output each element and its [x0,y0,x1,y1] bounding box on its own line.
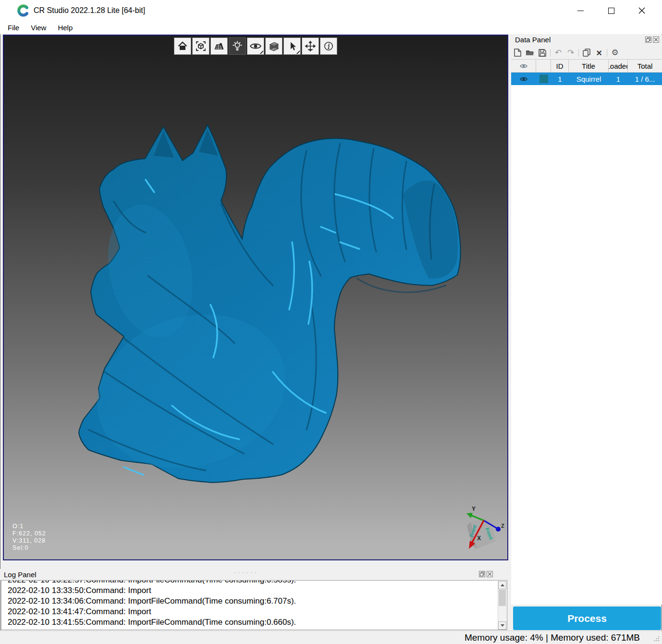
squirrel-model[interactable] [4,36,507,559]
row-visibility-toggle[interactable] [511,73,536,85]
eye-icon [520,76,527,82]
resize-grip-icon[interactable] [653,635,660,642]
save-icon [539,49,546,57]
grid-camera-icon [213,40,225,52]
fit-view-button[interactable] [192,37,209,55]
close-icon [488,572,492,576]
viewport-toolbar [174,37,337,55]
data-panel-title: Data Panel [515,36,551,44]
new-file-button[interactable] [511,48,524,58]
info-button[interactable] [320,37,337,55]
data-panel-toolbar: ↶ ↷ × ⚙ [511,46,662,59]
title-bar: CR Studio 2022.1.28 Lite [64-bit] [0,0,662,21]
undo-icon: ↶ [555,48,562,58]
log-panel-content: 2022-02-10 13:22:57:Command: ImportFileC… [1,580,507,630]
column-title[interactable]: Title [569,60,609,72]
column-total[interactable]: Total [628,60,662,72]
duplicate-button[interactable] [580,48,593,58]
save-button[interactable] [536,48,549,58]
log-lines: 2022-02-10 13:22:57:Command: ImportFileC… [1,580,507,628]
data-panel-float-button[interactable] [645,37,651,43]
maximize-button[interactable] [596,0,626,21]
log-scrollbar[interactable] [498,581,506,630]
close-icon [638,7,645,14]
arrow-up-icon [501,584,504,586]
data-panel-close-button[interactable] [653,37,659,43]
close-button[interactable] [626,0,657,21]
column-visibility[interactable] [511,60,536,72]
close-icon [654,37,658,42]
stat-vertices: V:311, 028 [12,537,46,545]
duplicate-icon [583,49,590,57]
home-button[interactable] [174,37,191,55]
mesh-stats: O:1 F:622, 052 V:311, 028 Sel:0 [12,523,46,552]
gizmo-y-label: Y [472,506,476,512]
minimize-icon [577,11,584,11]
log-panel-float-button[interactable] [479,571,485,577]
eye-icon [520,63,527,69]
log-line: 2022-02-10 13:34:06:Command: ImportFileC… [8,596,507,607]
light-button[interactable] [229,37,246,55]
redo-icon: ↷ [567,48,574,58]
new-file-icon [514,49,521,57]
minimize-button[interactable] [565,0,596,21]
color-swatch [539,74,548,83]
menu-help[interactable]: Help [53,22,77,33]
log-panel-close-button[interactable] [487,571,493,577]
process-label: Process [567,613,607,624]
row-total: 1 / 6... [628,73,662,85]
axis-gizmo[interactable]: Front Front Y Z X [460,504,504,557]
move-icon [305,40,316,52]
window-title: CR Studio 2022.1.28 Lite [64-bit] [34,6,145,15]
arrow-down-icon [501,624,504,627]
scroll-up-button[interactable] [498,581,506,589]
stat-selected: Sel:0 [12,545,46,552]
status-bar: Memory usage: 4% | Memory used: 671MB [0,631,662,644]
undo-button[interactable]: ↶ [552,48,564,58]
visibility-eye-icon [249,40,262,52]
move-button[interactable] [302,37,319,55]
log-line: 2022-02-10 13:41:47:Command: Import [8,607,507,617]
select-button[interactable] [283,37,301,55]
stat-faces: F:622, 052 [12,530,46,537]
row-loaded: 1 [609,73,628,85]
log-line: 2022-02-10 13:33:50:Command: Import [8,585,507,596]
info-icon [323,40,334,52]
toolbar-separator [550,49,551,57]
select-arrow-icon [286,40,298,52]
fit-view-icon [195,40,207,52]
column-color[interactable] [536,60,551,72]
stat-objects: O:1 [12,523,46,530]
app-window: { "colors": { "accent": "#1ba3de", "sele… [0,0,662,644]
row-color-cell[interactable] [536,73,551,85]
table-row-squirrel[interactable]: 1 Squirrel 1 1 / 6... [511,73,662,85]
delete-x-icon: × [596,48,602,58]
log-panel-title: Log Panel [4,570,37,579]
settings-gear-icon: ⚙ [611,48,618,58]
redo-button[interactable]: ↷ [564,48,577,58]
delete-button[interactable]: × [593,48,605,58]
float-icon [646,37,650,42]
home-icon [177,40,188,52]
splitter-handle[interactable]: ······ [234,570,259,575]
visibility-button[interactable] [247,37,264,55]
grid-camera-button[interactable] [210,37,228,55]
menu-file[interactable]: File [3,22,24,33]
process-button[interactable]: Process [513,607,661,630]
menu-bar: File View Help [0,21,662,34]
open-folder-button[interactable] [524,48,536,58]
column-loaded[interactable]: Loaded [609,60,628,72]
menu-view[interactable]: View [26,22,51,33]
light-icon [232,40,243,52]
toolbar-separator [578,49,579,57]
layers-icon [268,40,280,52]
3d-viewport[interactable]: O:1 F:622, 052 V:311, 028 Sel:0 Front Fr… [3,35,508,560]
scrollbar-thumb[interactable] [499,590,506,606]
gizmo-x-label: X [477,535,481,542]
memory-status: Memory usage: 4% | Memory used: 671MB [465,632,640,643]
column-id[interactable]: ID [551,60,569,72]
scroll-down-button[interactable] [498,621,506,630]
row-id: 1 [551,73,569,85]
settings-button[interactable]: ⚙ [609,48,621,58]
layers-button[interactable] [265,37,282,55]
